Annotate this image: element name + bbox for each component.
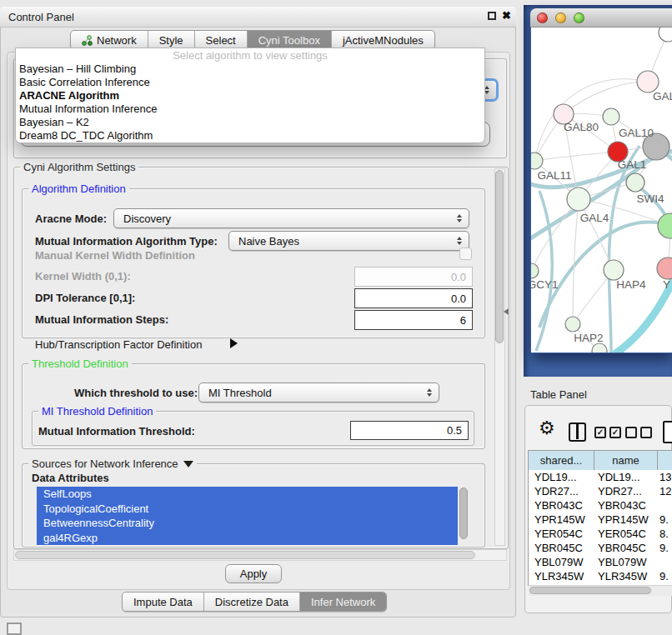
node-hap2[interactable] <box>565 317 580 332</box>
kernel-width-label: Kernel Width (0,1): <box>35 270 131 282</box>
node-gal10[interactable] <box>603 108 619 125</box>
tab-select[interactable]: Select <box>194 31 247 49</box>
algorithm-option[interactable]: Bayesian – Hill Climbing <box>16 62 484 76</box>
table-row[interactable]: YLR345WYLR345W9. <box>529 569 672 583</box>
collapse-down-icon[interactable] <box>183 461 193 468</box>
node-gal11[interactable] <box>531 152 543 169</box>
select-all-icon[interactable]: ✓✓ <box>594 427 621 438</box>
node[interactable] <box>658 213 672 238</box>
data-attributes-list[interactable]: SelfLoops TopologicalCoefficient Between… <box>37 487 458 545</box>
table-row[interactable]: YBR043CYBR043C <box>529 498 672 512</box>
network-window-titlebar[interactable] <box>530 8 672 28</box>
which-threshold-combobox[interactable]: MI Threshold <box>198 382 439 402</box>
table-row[interactable]: YBL079WYBL079W <box>529 555 672 569</box>
data-attributes-label: Data Attributes <box>32 472 109 484</box>
mi-type-combobox[interactable]: Naive Bayes <box>228 231 469 251</box>
tab-infer-network[interactable]: Infer Network <box>299 592 386 611</box>
expand-right-icon[interactable] <box>230 338 238 348</box>
aracne-mode-label: Aracne Mode: <box>35 212 107 225</box>
tab-impute-data[interactable]: Impute Data <box>123 592 203 611</box>
column-header-cut[interactable] <box>658 451 672 470</box>
list-item[interactable]: BetweennessCentrality <box>37 516 458 531</box>
minimize-traffic-light[interactable] <box>555 12 566 23</box>
sources-title[interactable]: Sources for Network Inference <box>32 458 178 470</box>
manual-kernel-label: Manual Kernel Width Definition <box>35 249 195 262</box>
close-icon[interactable]: ✖ <box>502 9 511 22</box>
splitpane-collapse-icon[interactable] <box>504 308 509 315</box>
mi-type-value: Naive Bayes <box>238 235 299 248</box>
list-item[interactable]: gal4RGexp <box>37 531 458 546</box>
mi-type-label: Mutual Information Algorithm Type: <box>35 235 218 248</box>
algorithm-dropdown-popup: Select algorithm to view settings Bayesi… <box>15 48 485 143</box>
settings-scrollbar-thumb[interactable] <box>495 170 504 343</box>
table-row[interactable]: YDL19...YDL19...13 <box>529 470 672 484</box>
algorithm-option[interactable]: Mutual Information Inference <box>16 102 484 116</box>
column-header-name[interactable]: name <box>594 451 658 470</box>
node[interactable] <box>657 258 672 279</box>
node-label: GAL1 <box>618 158 647 171</box>
kernel-width-value: 0.0 <box>451 271 466 283</box>
apply-button[interactable]: Apply <box>225 564 282 583</box>
table-row[interactable]: YDR27...YDR27...12 <box>529 484 672 498</box>
minimized-panel-icon[interactable] <box>7 622 22 635</box>
close-traffic-light[interactable] <box>537 12 548 23</box>
attributes-scrollbar-thumb[interactable] <box>459 488 468 539</box>
split-columns-icon[interactable] <box>569 422 586 442</box>
combo-arrows-icon <box>457 214 462 222</box>
control-panel-title: Control Panel <box>8 11 74 23</box>
threshold-definition-title: Threshold Definition <box>28 358 132 370</box>
table-hscrollbar-thumb[interactable] <box>529 587 651 594</box>
mi-threshold-title: MI Threshold Definition <box>38 405 156 418</box>
deselect-all-icon[interactable] <box>625 427 652 438</box>
manual-kernel-checkbox[interactable] <box>459 248 472 260</box>
dpi-tolerance-field[interactable]: 0.0 <box>354 288 473 308</box>
mi-steps-field[interactable]: 6 <box>354 310 473 330</box>
list-item[interactable]: TopologicalCoefficient <box>37 502 458 517</box>
tab-network[interactable]: Network <box>71 31 148 49</box>
edge <box>534 152 618 161</box>
algorithm-option-selected[interactable]: ARACNE Algorithm <box>16 89 484 102</box>
node-label: SWI4 <box>636 192 664 205</box>
node[interactable] <box>592 343 607 352</box>
column-header-shared-name[interactable]: shared... <box>529 451 594 470</box>
algorithm-option[interactable]: Bayesian – K2 <box>16 116 484 129</box>
tab-discretize-data[interactable]: Discretize Data <box>203 592 299 611</box>
node-hap4[interactable] <box>604 260 624 280</box>
hub-definition-toggle[interactable]: Hub/Transcription Factor Definition <box>35 338 202 351</box>
control-panel-titlebar <box>0 7 516 28</box>
combo-arrows-icon <box>427 388 432 397</box>
list-item[interactable]: SelfLoops <box>37 487 458 502</box>
mi-threshold-field[interactable]: 0.5 <box>350 421 469 440</box>
table-row[interactable]: YER054CYER054C8. <box>529 527 672 541</box>
file-icon[interactable] <box>663 421 672 443</box>
which-threshold-label: Which threshold to use: <box>74 387 198 399</box>
node-label: Y <box>663 278 670 291</box>
gear-icon[interactable]: ⚙ <box>539 419 555 438</box>
network-canvas[interactable]: GAL GAL80 GAL10 GAL1 GAL11 SWI4 GAL4 GCY… <box>531 28 672 352</box>
kernel-width-field[interactable]: 0.0 <box>354 267 473 287</box>
tab-style[interactable]: Style <box>148 31 194 49</box>
algorithm-option[interactable]: Dream8 DC_TDC Algorithm <box>16 129 484 142</box>
float-window-icon[interactable] <box>488 12 496 20</box>
node-gcy1[interactable] <box>531 263 539 278</box>
algorithm-option[interactable]: Basic Correlation Inference <box>16 76 484 89</box>
table-row[interactable]: YBR045CYBR045C9. <box>529 541 672 555</box>
edge <box>534 79 648 161</box>
node-gal4[interactable] <box>567 188 590 211</box>
tab-cyni-toolbox[interactable]: Cyni Toolbox <box>247 31 331 49</box>
cyni-settings-title: Cyni Algorithm Settings <box>20 161 138 173</box>
settings-hscrollbar-thumb[interactable] <box>15 551 475 559</box>
tab-jactivemnodules[interactable]: jActiveMNodules <box>331 31 434 49</box>
combo-arrows-icon <box>457 237 462 245</box>
mi-steps-label: Mutual Information Steps: <box>35 313 168 326</box>
table-row[interactable]: YPR145WYPR145W9. <box>529 512 672 527</box>
node-swi4[interactable] <box>626 173 644 192</box>
node[interactable] <box>659 28 672 42</box>
zoom-traffic-light[interactable] <box>574 12 584 23</box>
aracne-mode-combobox[interactable]: Discovery <box>113 208 469 228</box>
node-label: GAL11 <box>537 169 571 182</box>
network-tab-icon <box>82 35 93 46</box>
node-label: GAL10 <box>619 127 654 139</box>
apply-button-label: Apply <box>240 568 268 580</box>
node-label: GCY1 <box>531 278 558 291</box>
